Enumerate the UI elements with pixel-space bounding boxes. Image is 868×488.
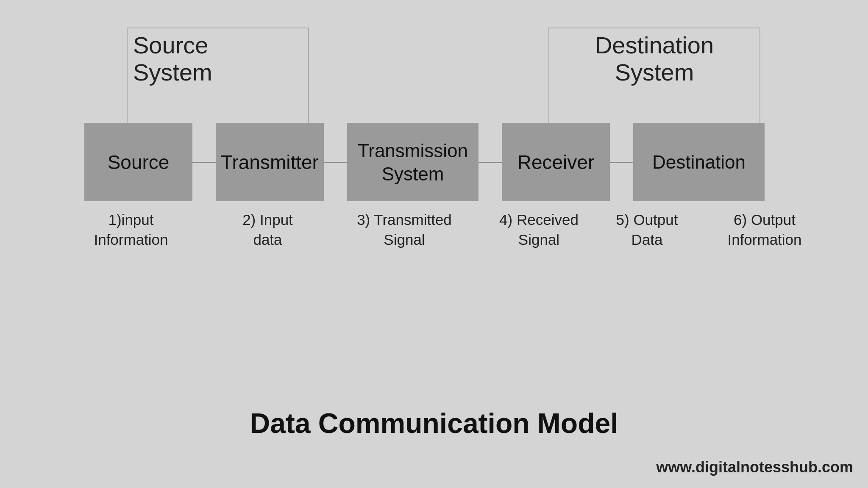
label-4: 4) ReceivedSignal (476, 210, 601, 250)
label-6: 6) OutputInformation (699, 210, 830, 250)
destination-system-label: DestinationSystem (551, 32, 758, 86)
main-title: Data Communication Model (0, 407, 868, 439)
receiver-block: Receiver (502, 123, 610, 201)
label-3: 3) TransmittedSignal (339, 210, 470, 250)
page: SourceSystem DestinationSystem Source Tr… (0, 0, 868, 488)
connector-1 (192, 162, 216, 163)
connector-2 (324, 162, 347, 163)
connector-3 (479, 162, 502, 163)
source-block: Source (84, 123, 192, 201)
label-2: 2) Inputdata (211, 210, 324, 250)
watermark: www.digitalnotesshub.com (656, 458, 853, 476)
label-1: 1)inputInformation (72, 210, 190, 250)
connector-4 (610, 162, 633, 163)
destination-block: Destination (633, 123, 765, 201)
label-5: 5) OutputData (593, 210, 701, 250)
source-system-label: SourceSystem (133, 32, 303, 86)
transmitter-block: Transmitter (216, 123, 324, 201)
transmission-block: TransmissionSystem (347, 123, 479, 201)
